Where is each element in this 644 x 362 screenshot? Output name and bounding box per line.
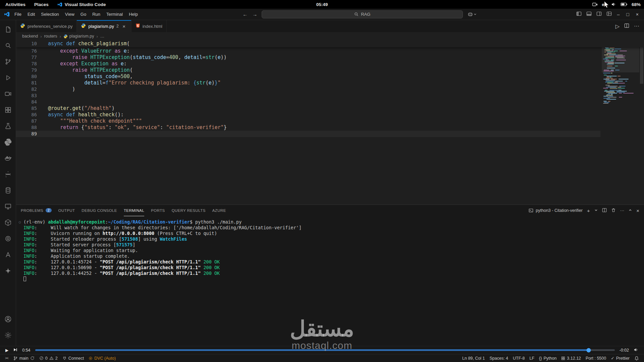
breadcrumb-item[interactable]: … xyxy=(100,34,105,39)
git-branch-status[interactable]: main xyxy=(11,354,37,362)
files-icon[interactable] xyxy=(0,23,16,36)
screencast-icon[interactable] xyxy=(0,87,16,101)
jupyter-icon[interactable] xyxy=(0,168,16,181)
code-editor[interactable]: 10 async def check_plagiarism( 76 except… xyxy=(16,40,644,204)
toggle-panel-icon[interactable] xyxy=(586,11,592,17)
close-panel-icon[interactable]: × xyxy=(636,208,639,214)
battery-icon[interactable] xyxy=(621,2,628,7)
panel-tab-terminal[interactable]: TERMINAL xyxy=(124,205,144,216)
line-code[interactable]: detail=f"Error checking plagiarism: {str… xyxy=(37,80,221,86)
tab-plagiarism.py[interactable]: plagiarism.py2× xyxy=(77,20,131,32)
settings-gear-icon[interactable] xyxy=(0,328,16,342)
code-line[interactable]: 84 xyxy=(16,99,600,105)
nav-forward-icon[interactable]: → xyxy=(250,11,260,17)
eol-status[interactable]: LF xyxy=(527,354,537,362)
window-maximize-icon[interactable]: □ xyxy=(626,12,629,17)
breadcrumb-item[interactable]: routers xyxy=(44,34,57,39)
language-mode[interactable]: {} Python xyxy=(537,354,559,362)
line-number[interactable]: 86 xyxy=(16,112,37,118)
docker-icon[interactable] xyxy=(0,152,16,165)
code-line[interactable]: 82 ) xyxy=(16,86,600,93)
line-code[interactable]: status_code=500, xyxy=(37,73,133,80)
line-number[interactable]: 83 xyxy=(16,93,37,99)
line-number[interactable]: 89 xyxy=(16,131,37,137)
testing-icon[interactable] xyxy=(0,119,16,133)
line-code[interactable]: return {"status": "ok", "service": "cita… xyxy=(37,124,227,131)
minimap[interactable] xyxy=(602,40,639,204)
line-number[interactable]: 88 xyxy=(16,124,37,131)
line-number[interactable]: 80 xyxy=(16,73,37,80)
split-terminal-icon[interactable] xyxy=(602,208,607,214)
dvc-status[interactable]: DVC (Auto) xyxy=(86,354,118,362)
run-python-file-icon[interactable]: ▷ xyxy=(615,23,620,29)
dvc-icon[interactable] xyxy=(0,232,16,245)
menu-selection[interactable]: Selection xyxy=(38,9,62,20)
panel-tab-debug-console[interactable]: DEBUG CONSOLE xyxy=(82,205,117,216)
notifications-bell-icon[interactable] xyxy=(632,354,641,362)
panel-tab-problems[interactable]: PROBLEMS2 xyxy=(21,205,52,216)
line-code[interactable]: raise HTTPException( xyxy=(37,67,133,73)
panel-tab-azure[interactable]: AZURE xyxy=(212,205,226,216)
panel-tab-query-results[interactable]: QUERY RESULTS xyxy=(172,205,206,216)
remote-explorer-icon[interactable] xyxy=(0,200,16,213)
tab-index.html[interactable]: index.html xyxy=(131,20,167,32)
line-code[interactable]: raise HTTPException(status_code=400, det… xyxy=(37,54,227,61)
player-volume-icon[interactable] xyxy=(634,347,639,353)
code-line[interactable]: 86async def health_check(): xyxy=(16,112,600,118)
breadcrumb-item[interactable]: plagiarism.py xyxy=(63,34,94,39)
volume-icon[interactable] xyxy=(611,2,616,7)
code-line[interactable]: 89 xyxy=(16,131,600,137)
tab-preferences_service.py[interactable]: preferences_service.py xyxy=(16,20,77,32)
panel-tab-ports[interactable]: PORTS xyxy=(151,205,165,216)
source-control-icon[interactable] xyxy=(0,55,16,68)
places-menu[interactable]: Places xyxy=(34,2,49,7)
line-number[interactable]: 78 xyxy=(16,61,37,67)
maximize-panel-icon[interactable] xyxy=(629,208,632,213)
play-icon[interactable]: ▶ xyxy=(5,348,8,353)
menu-help[interactable]: Help xyxy=(126,9,141,20)
line-code[interactable]: except Exception as e: xyxy=(37,61,127,67)
nav-back-icon[interactable]: ← xyxy=(240,11,250,17)
menu-file[interactable]: File xyxy=(11,9,24,20)
editor-scrollbar[interactable] xyxy=(639,40,644,204)
panel-more-actions-icon[interactable]: ··· xyxy=(620,208,625,213)
toggle-primary-sidebar-icon[interactable] xyxy=(576,11,582,17)
extensions-icon[interactable] xyxy=(0,103,16,117)
container-icon[interactable] xyxy=(0,216,16,229)
code-line[interactable]: 88 return {"status": "ok", "service": "c… xyxy=(16,124,600,131)
database-icon[interactable] xyxy=(0,184,16,197)
kill-terminal-icon[interactable] xyxy=(611,208,616,214)
python-icon[interactable] xyxy=(0,135,16,149)
command-decoration-icon[interactable]: ○ xyxy=(19,219,21,225)
terminal-dropdown-icon[interactable] xyxy=(594,208,598,213)
customize-layout-icon[interactable] xyxy=(606,11,612,17)
line-number[interactable]: 82 xyxy=(16,86,37,93)
panel-tab-output[interactable]: OUTPUT xyxy=(58,205,75,216)
line-code[interactable]: ) xyxy=(37,86,75,93)
indentation-status[interactable]: Spaces: 4 xyxy=(487,354,511,362)
line-number[interactable]: 77 xyxy=(16,54,37,61)
run-debug-icon[interactable] xyxy=(0,71,16,84)
prettier-status[interactable]: ✓ Prettier xyxy=(608,354,632,362)
skip-forward-icon[interactable] xyxy=(13,348,17,353)
code-line[interactable]: 87 """Health check endpoint""" xyxy=(16,118,600,124)
menu-edit[interactable]: Edit xyxy=(24,9,38,20)
encoding-status[interactable]: UTF-8 xyxy=(511,354,527,362)
menu-run[interactable]: Run xyxy=(89,9,103,20)
clock[interactable]: 05:49 xyxy=(316,2,328,7)
menu-terminal[interactable]: Terminal xyxy=(103,9,126,20)
window-close-icon[interactable]: × xyxy=(636,12,639,17)
menu-view[interactable]: View xyxy=(62,9,77,20)
split-editor-icon[interactable] xyxy=(624,23,629,29)
line-number[interactable]: 87 xyxy=(16,118,37,124)
line-code[interactable]: @router.get("/health") xyxy=(37,105,115,112)
terminal-selector[interactable]: python3 - Citation-verifier xyxy=(529,208,583,213)
python-interpreter-status[interactable]: 3.12.12 xyxy=(559,354,583,362)
terminal-output[interactable]: ○(rl-env) abdallah@myforcepoint:~/Coding… xyxy=(16,216,644,346)
cursor-position[interactable]: Ln 89, Col 1 xyxy=(460,354,487,362)
code-line[interactable]: 78 except Exception as e: xyxy=(16,61,600,67)
line-number[interactable]: 81 xyxy=(16,80,37,86)
new-terminal-icon[interactable]: + xyxy=(587,208,590,214)
menu-go[interactable]: Go xyxy=(77,9,89,20)
azure-icon[interactable] xyxy=(0,248,16,261)
